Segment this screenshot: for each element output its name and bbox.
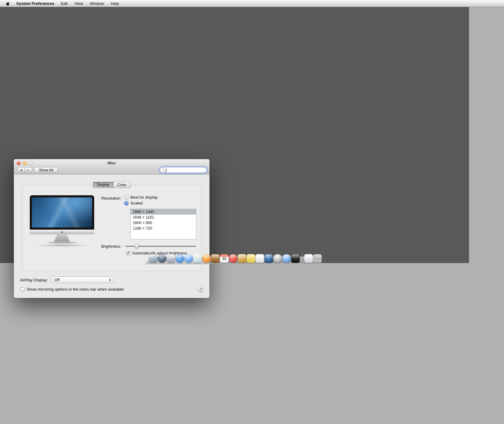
imac-wallpaper — [32, 197, 92, 227]
text-caret — [166, 168, 167, 172]
airplay-selected-value: Off — [54, 277, 60, 282]
imac-illustration — [30, 195, 94, 247]
photo-booth-icon[interactable] — [264, 254, 273, 263]
search-input[interactable] — [160, 167, 207, 173]
resolution-row[interactable]: 2048 × 1152 — [131, 215, 196, 220]
menu-bar: System Preferences Edit View Window Help — [0, 0, 504, 7]
mirroring-label: Show mirroring options in the menu bar w… — [27, 287, 124, 292]
forward-button[interactable]: ▶ — [25, 167, 32, 173]
nav-buttons: ◀ ▶ — [17, 167, 32, 173]
imac-stand — [54, 234, 70, 242]
dropdown-stepper-icon — [108, 278, 112, 282]
menu-app-name[interactable]: System Preferences — [13, 1, 57, 6]
radio-scaled[interactable]: Scaled — [124, 201, 143, 205]
apple-menu[interactable] — [6, 1, 10, 6]
preview-icon[interactable] — [193, 254, 202, 263]
back-button[interactable]: ◀ — [17, 167, 25, 173]
documents-stack-icon[interactable] — [304, 254, 313, 263]
calendar-day-number: 12 — [220, 257, 229, 260]
trash-icon[interactable] — [313, 254, 322, 263]
silver-app-icon[interactable] — [273, 254, 282, 263]
airplay-display-dropdown[interactable]: Off — [52, 277, 114, 283]
radio-icon-unselected[interactable] — [124, 195, 129, 200]
app-store-icon[interactable] — [175, 254, 184, 263]
menu-item-edit[interactable]: Edit — [57, 1, 71, 6]
dock: 12 — [145, 250, 322, 264]
gold-app-icon[interactable] — [238, 254, 246, 263]
slider-thumb[interactable] — [134, 244, 139, 248]
calendar-icon[interactable]: 12 — [220, 254, 229, 263]
apple-logo-small — [61, 231, 63, 233]
help-button[interactable]: ? — [198, 286, 204, 292]
window-chrome[interactable]: iMac ◀ ▶ Show All — [14, 159, 210, 174]
system-preferences-window: iMac ◀ ▶ Show All Display Color Resoluti… — [14, 159, 210, 298]
launchpad-icon[interactable] — [158, 254, 166, 263]
tab-display[interactable]: Display — [93, 182, 113, 188]
resolution-row[interactable]: 1600 × 900 — [131, 220, 196, 226]
menu-item-view[interactable]: View — [71, 1, 87, 6]
apple-icon — [6, 1, 10, 6]
tab-color[interactable]: Color — [113, 182, 130, 188]
displays-icon[interactable] — [149, 254, 157, 263]
imac-shadow — [33, 244, 91, 247]
radio-icon-selected[interactable] — [124, 201, 129, 205]
contacts-icon[interactable] — [211, 254, 220, 263]
brightness-slider[interactable] — [125, 244, 196, 249]
firefox-icon[interactable] — [202, 254, 211, 263]
imac-screen — [30, 195, 94, 230]
itunes-icon[interactable] — [282, 254, 291, 263]
safari-icon[interactable] — [184, 254, 193, 263]
dock-divider — [302, 253, 302, 262]
mission-control-icon[interactable] — [167, 254, 175, 263]
window-title: iMac — [14, 161, 210, 165]
mirroring-checkbox-row[interactable]: Show mirroring options in the menu bar w… — [20, 287, 124, 292]
dock-icons: 12 — [149, 253, 322, 263]
checkbox-checked-icon[interactable] — [126, 251, 130, 255]
airplay-display-label: AirPlay Display: — [20, 278, 48, 282]
show-all-button[interactable]: Show All — [34, 167, 58, 173]
resolution-row[interactable]: 1280 × 720 — [131, 226, 196, 231]
radio-scaled-label: Scaled — [130, 201, 143, 205]
checkbox-unchecked-icon[interactable] — [20, 287, 25, 292]
radio-best-label: Best for display — [130, 195, 158, 200]
resolution-list[interactable]: 2560 × 1440 2048 × 1152 1600 × 900 1280 … — [130, 209, 196, 239]
radio-best-for-display[interactable]: Best for display — [124, 195, 158, 200]
menu-item-window[interactable]: Window — [87, 1, 107, 6]
menu-item-help[interactable]: Help — [107, 1, 122, 6]
imac-chin — [30, 230, 94, 234]
tab-bar: Display Color — [93, 182, 130, 188]
reminders-icon[interactable] — [256, 254, 264, 263]
red-app-icon[interactable] — [229, 254, 237, 263]
resolution-row-selected[interactable]: 2560 × 1440 — [131, 209, 196, 215]
notes-icon[interactable] — [247, 254, 255, 263]
terminal-icon[interactable] — [291, 254, 300, 263]
search-icon — [162, 169, 165, 172]
